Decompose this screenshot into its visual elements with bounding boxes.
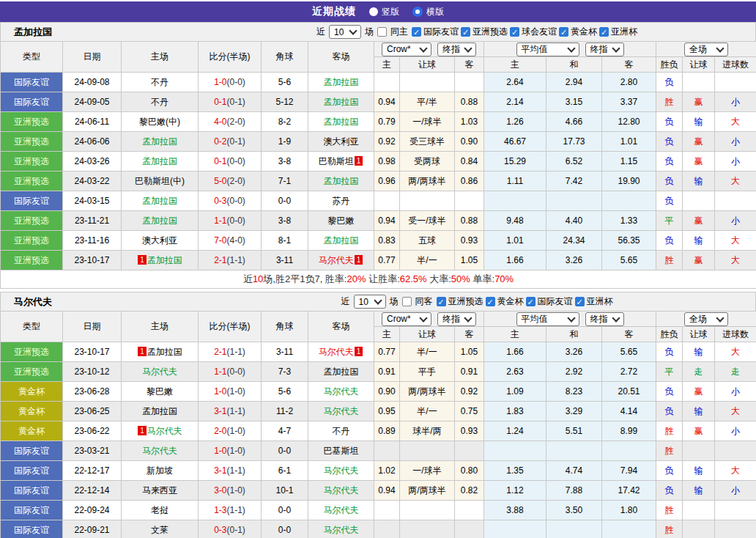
average-odds-cell <box>602 441 656 461</box>
col-avg-draw: 和 <box>546 327 602 342</box>
team-name[interactable]: 不丹 <box>333 426 350 436</box>
team-name[interactable]: 苏丹 <box>333 196 350 206</box>
team-name[interactable]: 孟加拉国 <box>142 406 177 416</box>
date-cell: 23-10-12 <box>63 362 122 382</box>
chevron-down-icon <box>716 44 724 52</box>
team-name[interactable]: 澳大利亚 <box>324 136 359 147</box>
team-name[interactable]: 马尔代夫 <box>147 426 182 436</box>
team-name[interactable]: 新加坡 <box>147 465 173 476</box>
layout-radio-vertical[interactable]: 竖版 <box>369 6 399 18</box>
team-name[interactable]: 孟加拉国 <box>142 156 177 166</box>
odds-stage-select[interactable]: 终指 <box>437 312 476 326</box>
result-cell: 大 <box>715 112 756 132</box>
result-cell: 大 <box>715 342 756 362</box>
odds-stage-select[interactable]: 终指 <box>437 43 476 56</box>
team-name[interactable]: 孟加拉国 <box>324 235 359 246</box>
fulltime-select[interactable]: 全场 <box>684 312 728 326</box>
team-name[interactable]: 马尔代夫 <box>324 525 359 535</box>
team-name[interactable]: 马尔代夫 <box>324 465 359 476</box>
team-name[interactable]: 马尔代夫 <box>142 366 177 377</box>
col-avg-home: 主 <box>484 327 546 342</box>
average-select[interactable]: 平均值 <box>516 312 579 326</box>
team-name[interactable]: 孟加拉国 <box>147 347 182 357</box>
score-cell: 1-1(0-0) <box>199 211 262 231</box>
competition-checkbox[interactable]: ✓ <box>486 297 495 306</box>
team-name[interactable]: 孟加拉国 <box>324 117 359 127</box>
team-name[interactable]: 巴勒斯坦 <box>319 156 354 166</box>
col-date: 日期 <box>63 42 122 73</box>
team-name[interactable]: 马尔代夫 <box>324 485 359 495</box>
competition-checkbox[interactable]: ✓ <box>599 27 609 37</box>
result-cell: 胜 <box>656 520 683 538</box>
competition-label: 亚洲杯 <box>587 295 613 308</box>
halftime-score: (2-0) <box>227 117 245 127</box>
rank-badge: 1 <box>355 347 363 356</box>
team-name[interactable]: 孟加拉国 <box>324 366 359 377</box>
team-name[interactable]: 孟加拉国 <box>142 136 177 147</box>
halftime-score: (1-0) <box>227 426 245 436</box>
team-name[interactable]: 巴勒斯坦(中) <box>135 176 185 186</box>
average-odds-cell: 1.11 <box>484 172 546 191</box>
competition-type-cell: 亚洲预选 <box>1 342 63 362</box>
team-name[interactable]: 黎巴嫩 <box>328 215 355 226</box>
bookmaker-select[interactable]: Crow* <box>382 312 431 326</box>
team-name[interactable]: 不丹 <box>151 77 168 87</box>
team-name[interactable]: 马尔代夫 <box>319 347 354 357</box>
team-name[interactable]: 孟加拉国 <box>324 176 359 186</box>
competition-checkbox[interactable]: ✓ <box>510 27 519 37</box>
bookmaker-select[interactable]: Crow* <box>382 43 431 56</box>
handicap-odds-cell: 0.83 <box>374 231 400 251</box>
average-odds-cell: 4.66 <box>546 112 602 132</box>
halftime-score: (1-1) <box>227 255 245 265</box>
avg-stage-select[interactable]: 终指 <box>585 43 624 56</box>
average-odds-cell: 4.74 <box>546 461 602 481</box>
chevron-down-icon <box>349 26 357 34</box>
team-name[interactable]: 马尔代夫 <box>324 406 359 416</box>
handicap-odds-cell: 受三球半 <box>400 132 455 152</box>
team-name[interactable]: 孟加拉国 <box>147 255 182 265</box>
team-name[interactable]: 老挝 <box>151 505 168 515</box>
competition-checkbox[interactable]: ✓ <box>526 297 536 306</box>
competition-checkbox[interactable]: ✓ <box>575 297 585 306</box>
competition-checkbox[interactable]: ✓ <box>559 27 568 37</box>
average-select[interactable]: 平均值 <box>516 43 579 56</box>
avg-stage-select[interactable]: 终指 <box>585 312 624 326</box>
team-name[interactable]: 孟加拉国 <box>324 77 359 87</box>
team-name[interactable]: 马尔代夫 <box>142 446 177 456</box>
same-venue-checkbox[interactable] <box>377 27 387 37</box>
col-full-handicap: 让球 <box>683 57 715 73</box>
chevron-down-icon <box>374 296 382 304</box>
handicap-odds-cell: 0.95 <box>374 402 400 421</box>
match-row: 黄金杯23-06-28黎巴嫩1-0(1-0)5-6马尔代夫0.90两/两球半0.… <box>1 382 756 402</box>
team-name[interactable]: 文莱 <box>151 525 168 535</box>
team-name[interactable]: 马尔代夫 <box>324 505 359 515</box>
halftime-score: (0-0) <box>227 77 245 87</box>
competition-checkbox[interactable]: ✓ <box>412 27 421 37</box>
halftime-score: (1-0) <box>227 386 245 397</box>
team-results-block: 马尔代夫 近10场同客✓亚洲预选✓黄金杯✓国际友谊✓亚洲杯 类型 日期 主场 比… <box>0 292 756 538</box>
away-team-cell: 马尔代夫 <box>308 382 374 402</box>
layout-radio-horizontal[interactable]: 横版 <box>412 6 444 18</box>
team-name[interactable]: 孟加拉国 <box>142 215 177 226</box>
match-count-select[interactable]: 10 <box>329 25 361 39</box>
competition-checkbox[interactable]: ✓ <box>437 297 446 306</box>
team-name[interactable]: 黎巴嫩 <box>147 386 173 397</box>
same-venue-checkbox[interactable] <box>402 297 412 306</box>
team-name[interactable]: 孟加拉国 <box>324 97 359 107</box>
team-name[interactable]: 马尔代夫 <box>324 386 359 397</box>
team-name[interactable]: 澳大利亚 <box>142 235 177 246</box>
team-name[interactable]: 黎巴嫩(中) <box>139 117 180 127</box>
col-full-goals: 进球数 <box>715 57 756 73</box>
halftime-score: (1-1) <box>227 406 245 416</box>
team-name[interactable]: 巴基斯坦 <box>324 446 359 456</box>
team-name[interactable]: 不丹 <box>151 97 168 107</box>
team-name[interactable]: 马来西亚 <box>142 485 177 495</box>
col-score: 比分(半场) <box>199 42 262 73</box>
fulltime-select[interactable]: 全场 <box>684 43 728 56</box>
competition-checkbox[interactable]: ✓ <box>461 27 470 37</box>
result-cell: 小 <box>715 481 756 501</box>
match-count-select[interactable]: 10 <box>354 295 386 309</box>
team-name[interactable]: 马尔代夫 <box>319 255 354 265</box>
team-name[interactable]: 孟加拉国 <box>142 196 177 206</box>
average-odds-cell: 5.51 <box>546 421 602 441</box>
